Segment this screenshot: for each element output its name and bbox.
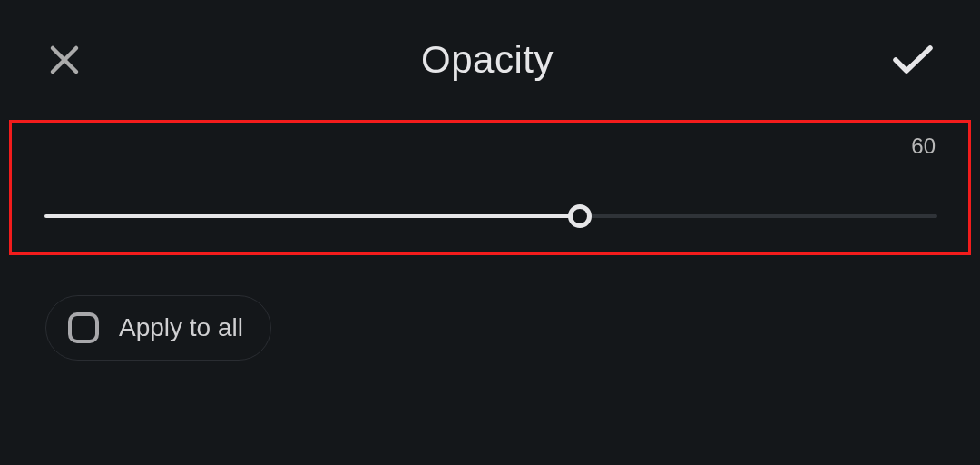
- close-button[interactable]: [45, 41, 83, 79]
- check-icon: [892, 44, 934, 76]
- close-icon: [48, 44, 81, 76]
- slider-thumb[interactable]: [568, 204, 592, 228]
- apply-to-all-checkbox[interactable]: [68, 312, 99, 343]
- opacity-slider-region: 60: [9, 120, 971, 255]
- confirm-button[interactable]: [891, 38, 935, 82]
- slider-fill: [44, 214, 580, 218]
- apply-section: Apply to all: [45, 295, 271, 361]
- slider-value-label: 60: [911, 134, 936, 159]
- header-bar: Opacity: [0, 0, 980, 109]
- apply-to-all-button[interactable]: Apply to all: [45, 295, 271, 361]
- apply-to-all-label: Apply to all: [119, 313, 243, 342]
- opacity-slider[interactable]: [44, 203, 937, 230]
- page-title: Opacity: [421, 38, 554, 82]
